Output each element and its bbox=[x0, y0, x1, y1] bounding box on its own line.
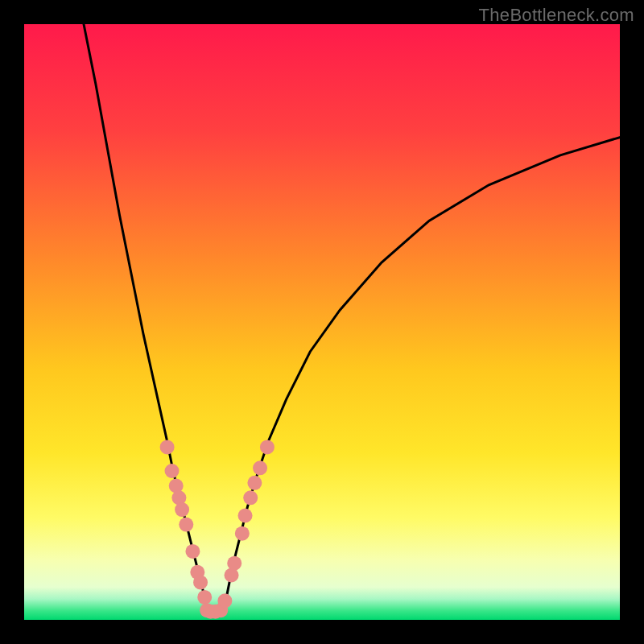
scatter-dot bbox=[247, 476, 262, 490]
watermark-text: TheBottleneck.com bbox=[479, 5, 634, 26]
scatter-dot bbox=[160, 440, 175, 454]
scatter-dot bbox=[235, 526, 250, 541]
chart-container: TheBottleneck.com bbox=[0, 0, 644, 644]
scatter-dot bbox=[243, 490, 258, 505]
scatter-dot bbox=[185, 544, 200, 559]
scatter-dot bbox=[238, 509, 253, 523]
scatter-dot bbox=[227, 556, 242, 571]
scatter-dot bbox=[179, 518, 193, 532]
scatter-dot bbox=[193, 575, 208, 589]
plot-background bbox=[24, 24, 620, 620]
scatter-dot bbox=[165, 464, 180, 478]
bottleneck-chart bbox=[0, 0, 644, 644]
scatter-dot bbox=[260, 440, 275, 454]
scatter-dot bbox=[217, 593, 232, 608]
scatter-dot bbox=[175, 502, 189, 517]
scatter-dot bbox=[197, 590, 212, 605]
scatter-dot bbox=[253, 460, 267, 475]
